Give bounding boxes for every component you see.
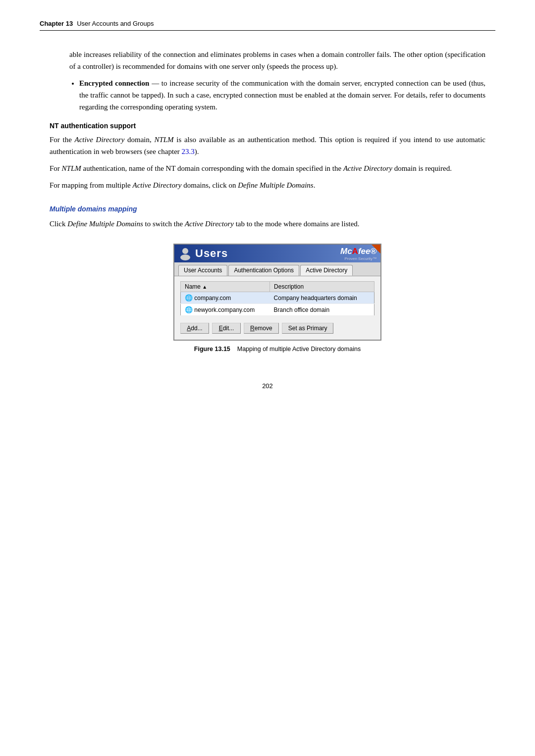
sort-arrow: ▲ <box>202 284 207 290</box>
map-mid: domains, click on <box>181 181 238 189</box>
svg-point-0 <box>182 248 188 254</box>
nt-p1-pre: For the <box>50 136 74 144</box>
dialog-title: Users <box>195 247 340 260</box>
tab-auth-options-label: Authentication Options <box>234 267 294 274</box>
users-icon <box>178 247 192 260</box>
svg-point-1 <box>180 254 190 260</box>
page-number: 202 <box>40 382 495 390</box>
nt-p2-end: domain is required. <box>392 164 452 172</box>
domain-icon-1: 🌐 <box>185 294 193 302</box>
figure-caption: Figure 13.15 Mapping of multiple Active … <box>194 346 361 353</box>
set-as-primary-button[interactable]: Set as Primary <box>282 323 334 334</box>
nt-p1-end: ). <box>195 148 199 155</box>
nt-p2-post: authentication, name of the NT domain co… <box>81 164 343 172</box>
nt-auth-heading: NT authentication support <box>50 122 485 130</box>
nt-p2-domain: Active Directory <box>343 164 392 172</box>
nt-p1-domain: Active Directory <box>74 136 124 144</box>
click-paragraph: Click Define Multiple Domains to switch … <box>50 218 485 230</box>
map-domain: Active Directory <box>132 181 181 189</box>
domain-name-2: 🌐 newyork.company.com <box>181 304 270 316</box>
col-description-header: Description <box>270 282 374 292</box>
nt-p1-ntlm: NTLM <box>154 136 173 144</box>
remove-label: Remove <box>250 325 272 332</box>
click-mid: to switch the <box>143 220 185 228</box>
chapter-header: Chapter 13 User Accounts and Groups <box>40 20 495 31</box>
map-end: . <box>314 181 316 189</box>
domain-value-2: newyork.company.com <box>194 306 255 313</box>
figure-container: Users McAfee® Proven Security™ User Acco… <box>69 244 485 353</box>
click-end: tab to the mode where domains are listed… <box>234 220 360 228</box>
nt-p2-pre: For <box>50 164 62 172</box>
domain-icon-2: 🌐 <box>185 306 193 313</box>
intro-paragraph: able increases reliability of the connec… <box>69 49 485 72</box>
domain-name-1: 🌐 company.com <box>181 292 270 304</box>
bullet-label: Encrypted connection <box>79 79 149 87</box>
multiple-domains-heading: Multiple domains mapping <box>50 205 485 213</box>
bullet-list: Encrypted connection — to increase secur… <box>79 77 485 113</box>
set-primary-label: Set as Primary <box>288 325 327 332</box>
table-row[interactable]: 🌐 newyork.company.com Branch office doma… <box>181 304 374 316</box>
figure-caption-text <box>232 346 235 353</box>
add-button[interactable]: Add... <box>180 323 209 334</box>
corner-decoration <box>372 245 380 253</box>
domain-desc-2: Branch office domain <box>270 304 374 316</box>
multiple-domains-heading-text: Multiple domains mapping <box>50 205 137 213</box>
mapping-paragraph: For mapping from multiple Active Directo… <box>50 179 485 191</box>
nt-p2-ntlm: NTLM <box>62 164 81 172</box>
click-link: Define Multiple Domains <box>67 220 143 228</box>
map-link: Define Multiple Domains <box>238 181 313 189</box>
dialog-buttons: Add... Edit... Remove Set as Primary <box>180 321 374 335</box>
page: Chapter 13 User Accounts and Groups able… <box>0 0 535 756</box>
figure-label: Figure 13.15 <box>194 346 230 353</box>
table-row[interactable]: 🌐 company.com Company headquarters domai… <box>181 292 374 304</box>
chapter-label: Chapter 13 <box>40 20 73 27</box>
add-label: Add... <box>187 325 202 332</box>
domain-value-1: company.com <box>194 295 231 302</box>
tab-user-accounts-label: User Accounts <box>184 267 222 274</box>
edit-label: Edit... <box>219 325 234 332</box>
main-content: able increases reliability of the connec… <box>40 49 495 353</box>
domain-desc-1: Company headquarters domain <box>270 292 374 304</box>
remove-button[interactable]: Remove <box>244 323 279 334</box>
figure-caption-desc: Mapping of multiple Active Directory dom… <box>237 346 361 353</box>
click-pre: Click <box>50 220 67 228</box>
logo-tagline: Proven Security™ <box>340 256 376 261</box>
users-dialog: Users McAfee® Proven Security™ User Acco… <box>173 244 381 341</box>
nt-p1-link[interactable]: 23.3 <box>182 148 195 155</box>
nt-para-2: For NTLM authentication, name of the NT … <box>50 162 485 174</box>
col-name-header: Name ▲ <box>181 282 270 292</box>
tab-authentication-options[interactable]: Authentication Options <box>228 265 299 276</box>
domains-table: Name ▲ Description 🌐 company.com <box>180 281 374 316</box>
tab-active-directory-label: Active Directory <box>306 267 347 274</box>
dialog-body: Name ▲ Description 🌐 company.com <box>174 276 380 340</box>
nt-para-1: For the Active Directory domain, NTLM is… <box>50 134 485 157</box>
nt-p1-mid: domain, <box>124 136 154 144</box>
bullet-item-encrypted: Encrypted connection — to increase secur… <box>79 77 485 113</box>
dialog-tab-bar: User Accounts Authentication Options Act… <box>174 262 380 276</box>
dialog-titlebar: Users McAfee® Proven Security™ <box>174 245 380 262</box>
chapter-title: User Accounts and Groups <box>77 20 154 27</box>
tab-user-accounts[interactable]: User Accounts <box>178 265 227 276</box>
tab-active-directory[interactable]: Active Directory <box>300 265 353 276</box>
click-domain: Active Directory <box>185 220 234 228</box>
edit-button[interactable]: Edit... <box>212 323 241 334</box>
map-pre: For mapping from multiple <box>50 181 132 189</box>
bullet-dash: — <box>152 79 161 87</box>
